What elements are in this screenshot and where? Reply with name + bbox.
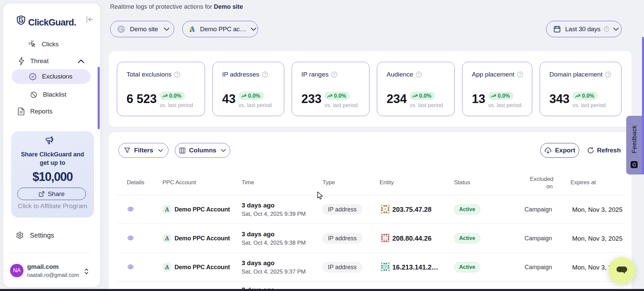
feedback-tab[interactable]: Feedback bbox=[626, 116, 642, 175]
refresh-button[interactable]: Refresh bbox=[587, 143, 621, 158]
excluded-on-cell: Campaign bbox=[522, 235, 552, 242]
avatar-initials: NA bbox=[13, 268, 20, 274]
col-header-expires-at[interactable]: Expires at bbox=[571, 179, 596, 186]
trend-caption: vs. last period bbox=[410, 102, 443, 108]
sidebar-item-label: Threat bbox=[30, 57, 49, 65]
external-link-icon bbox=[39, 191, 45, 197]
clickguard-logo-icon bbox=[17, 15, 26, 25]
trend-delta: 0.0% bbox=[419, 93, 431, 99]
time-absolute: Sat, Oct 4, 2025 9:37 PM bbox=[242, 269, 306, 275]
col-header-status[interactable]: Status bbox=[454, 179, 470, 186]
sidebar-item-label: Blacklist bbox=[43, 91, 66, 98]
sidebar-item-blacklist[interactable]: Blacklist bbox=[30, 87, 66, 103]
share-button[interactable]: Share bbox=[17, 188, 86, 200]
feedback-widget-icon bbox=[631, 161, 638, 169]
stat-card-ip-ranges: IP ranges 233 0.0% vs. last period bbox=[292, 62, 369, 116]
trending-up-icon bbox=[327, 94, 332, 98]
stat-value: 233 bbox=[301, 93, 321, 104]
time-absolute: Sat, Oct 4, 2025 9:39 PM bbox=[242, 211, 306, 217]
col-header-type[interactable]: Type bbox=[323, 179, 335, 186]
stat-value: 43 bbox=[222, 93, 236, 104]
gear-icon bbox=[16, 231, 24, 239]
badge-check-icon bbox=[29, 73, 37, 81]
filters-button-label: Filters bbox=[134, 147, 153, 154]
ppc-account-cell: Demo PPC Account bbox=[175, 264, 230, 271]
date-range-value: Last 30 days bbox=[565, 26, 600, 33]
trend-badge: 0.0% bbox=[239, 92, 263, 100]
bottom-window-edge bbox=[0, 289, 644, 291]
promo-title-line1: Share ClickGuard and bbox=[11, 150, 94, 159]
col-header-details[interactable]: Details bbox=[127, 179, 144, 186]
stat-card-domain-placement: Domain placement 343 0.0% vs. last perio… bbox=[540, 62, 622, 116]
table-row[interactable]: Demo PPC Account 3 days ago Sat, Oct 4, … bbox=[117, 253, 623, 282]
ppc-account-cell: Demo PPC Account bbox=[175, 235, 230, 242]
filters-button[interactable]: Filters bbox=[118, 143, 168, 158]
brand-name: ClickGuard. bbox=[28, 17, 76, 28]
trend-caption: vs. last period bbox=[488, 102, 522, 108]
help-circle-icon[interactable] bbox=[605, 71, 611, 78]
entity-cell: 16.213.141.2… bbox=[392, 263, 438, 271]
sidebar-item-clicks[interactable]: Clicks bbox=[28, 36, 59, 52]
page-scrollbar-thumb[interactable] bbox=[642, 37, 644, 175]
table-row[interactable]: Demo PPC Account 3 days ago Sat, Oct 4, … bbox=[117, 224, 623, 253]
google-ads-icon bbox=[189, 26, 195, 32]
sidebar-item-settings[interactable]: Settings bbox=[16, 227, 54, 243]
trend-delta: 0.0% bbox=[169, 93, 181, 99]
help-circle-icon[interactable] bbox=[331, 71, 337, 78]
sidebar-scrollbar-thumb[interactable] bbox=[98, 67, 100, 129]
col-header-excluded-line2: on bbox=[546, 183, 553, 190]
megaphone-icon bbox=[44, 136, 56, 147]
stat-value: 234 bbox=[387, 93, 407, 104]
col-header-time[interactable]: Time bbox=[242, 179, 254, 186]
ppc-account-cell: Demo PPC Account bbox=[175, 206, 230, 213]
status-badge: Active bbox=[454, 262, 480, 272]
affiliate-promo-card[interactable]: Share ClickGuard and get up to $10,000 S… bbox=[11, 131, 94, 217]
promo-caption: Click to Affiliate Program bbox=[11, 202, 94, 210]
entity-identicon bbox=[381, 262, 390, 273]
sidebar-item-threat[interactable]: Threat bbox=[18, 53, 84, 69]
google-ads-icon bbox=[162, 205, 171, 214]
sidebar-item-label: Exclusions bbox=[42, 73, 72, 80]
sidebar-item-reports[interactable]: Reports bbox=[18, 103, 53, 119]
mouse-cursor bbox=[317, 191, 324, 200]
stat-title: App placement bbox=[472, 71, 514, 78]
time-relative: 3 days ago bbox=[242, 202, 306, 209]
help-circle-icon bbox=[604, 26, 609, 32]
stat-title: Total exclusions bbox=[127, 71, 171, 78]
chat-widget-button[interactable] bbox=[608, 257, 635, 284]
table-row[interactable]: Demo PPC Account 3 days ago Sat, Oct 4, … bbox=[117, 195, 623, 224]
sidebar-divider bbox=[10, 253, 91, 253]
trending-up-icon bbox=[241, 94, 246, 98]
trend-delta: 0.0% bbox=[248, 93, 260, 99]
columns-button-label: Columns bbox=[189, 147, 216, 154]
col-header-ppc-account[interactable]: PPC Account bbox=[162, 179, 196, 186]
eye-icon[interactable] bbox=[128, 236, 134, 242]
stat-title: Audience bbox=[387, 71, 413, 78]
chevron-down-icon bbox=[221, 149, 226, 152]
export-button[interactable]: Export bbox=[540, 143, 579, 158]
collapse-sidebar-icon[interactable] bbox=[86, 16, 94, 24]
trend-caption: vs. last period bbox=[160, 102, 193, 108]
columns-button[interactable]: Columns bbox=[175, 143, 230, 158]
help-circle-icon[interactable] bbox=[262, 71, 268, 78]
col-header-excluded-on[interactable]: Excludedon bbox=[530, 176, 553, 190]
help-circle-icon[interactable] bbox=[174, 71, 180, 78]
sidebar-item-exclusions[interactable]: Exclusions bbox=[12, 69, 91, 84]
ban-icon bbox=[30, 91, 37, 98]
exclusions-table-panel: Filters Columns Export Refresh Details P… bbox=[109, 132, 632, 291]
help-circle-icon[interactable] bbox=[416, 71, 422, 78]
promo-title-line2: get up to bbox=[11, 159, 94, 167]
account-selector[interactable]: Demo PPC ac… bbox=[182, 21, 258, 37]
eye-icon[interactable] bbox=[128, 207, 134, 213]
help-circle-icon[interactable] bbox=[517, 71, 523, 78]
user-email: naatali.ro@gmail.com bbox=[27, 272, 79, 278]
eye-icon[interactable] bbox=[128, 264, 134, 271]
col-header-entity[interactable]: Entity bbox=[380, 179, 394, 186]
date-range-selector[interactable]: Last 30 days bbox=[546, 21, 622, 37]
refresh-button-label: Refresh bbox=[597, 147, 621, 154]
time-absolute: Sat, Oct 4, 2025 9:38 PM bbox=[242, 240, 306, 246]
chevron-down-icon bbox=[251, 28, 256, 31]
refresh-icon bbox=[587, 147, 594, 154]
site-selector[interactable]: Demo site bbox=[110, 21, 174, 37]
entity-identicon bbox=[381, 234, 390, 244]
